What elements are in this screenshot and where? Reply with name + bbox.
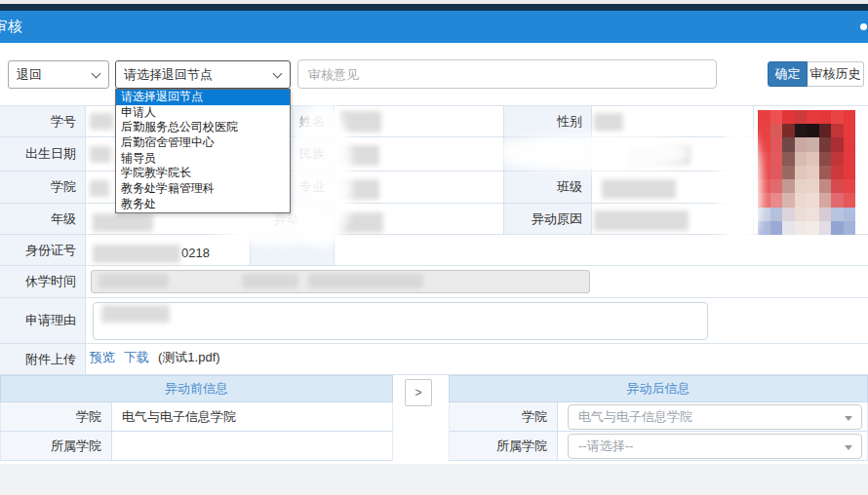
dropdown-option[interactable]: 后勤服务总公司校医院 — [116, 120, 290, 135]
transfer-right-button[interactable]: > — [405, 379, 432, 406]
after-college-label: 学院 — [449, 402, 558, 432]
photo-pixel — [782, 193, 795, 207]
review-opinion-input[interactable] — [297, 59, 717, 89]
photo-pixel — [844, 193, 856, 207]
footer-area — [0, 464, 868, 495]
photo-pixel — [807, 179, 819, 193]
photo-pixel — [795, 179, 808, 193]
photo-pixel — [819, 137, 832, 151]
return-node-select[interactable]: 请选择退回节点 — [115, 60, 291, 89]
dropdown-option[interactable]: 申请人 — [116, 105, 290, 121]
field-label-class: 班级 — [504, 171, 592, 204]
photo-pixel — [831, 179, 844, 193]
photo-pixel — [770, 124, 783, 137]
photo-pixel — [795, 137, 808, 151]
photo-pixel — [819, 166, 832, 179]
empty-value-cell — [335, 235, 868, 266]
photo-pixel — [807, 193, 819, 207]
censor-block — [308, 274, 423, 288]
blur-smudge — [499, 134, 690, 171]
return-action-value: 退回 — [17, 66, 42, 84]
chevron-down-icon — [845, 445, 852, 450]
photo-pixel — [844, 221, 856, 235]
photo-pixel — [782, 166, 795, 179]
before-change-panel-header: 异动前信息 — [0, 375, 393, 402]
before-college-label: 学院 — [0, 402, 112, 432]
photo-pixel — [819, 152, 832, 166]
photo-pixel — [795, 221, 808, 235]
window-control-dot[interactable] — [860, 23, 867, 30]
photo-pixel — [782, 124, 795, 137]
after-dept-select[interactable]: --请选择-- — [568, 434, 862, 459]
confirm-button[interactable]: 确定 — [768, 61, 808, 87]
photo-pixel — [831, 124, 844, 137]
return-action-select[interactable]: 退回 — [8, 60, 109, 89]
photo-pixel — [758, 137, 770, 151]
chevron-down-icon — [845, 416, 852, 421]
photo-pixel — [844, 166, 856, 179]
photo-pixel — [795, 208, 808, 221]
photo-pixel — [831, 152, 844, 166]
dropdown-option[interactable]: 后勤宿舍管理中心 — [116, 135, 290, 151]
dialog-title: 审核 — [0, 18, 23, 36]
photo-pixel — [782, 179, 795, 193]
review-history-button[interactable]: 审核历史 — [808, 61, 864, 87]
photo-pixel — [819, 110, 832, 124]
attachment-download-link[interactable]: 下载 — [124, 349, 149, 366]
photo-pixel — [795, 193, 808, 207]
dialog-titlebar: 审核 — [0, 11, 868, 43]
after-change-panel-header: 异动后信息 — [449, 375, 868, 402]
field-label-grade: 年级 — [0, 204, 86, 235]
censor-block — [90, 113, 113, 130]
photo-pixel — [844, 110, 856, 124]
dropdown-option[interactable]: 学院教学院长 — [116, 166, 290, 181]
top-navy-strip — [0, 4, 868, 11]
after-dept-label: 所属学院 — [449, 432, 558, 461]
field-label-change-reason: 异动原因 — [504, 204, 592, 235]
photo-pixel — [807, 152, 819, 166]
censor-block — [602, 179, 676, 199]
photo-pixel — [844, 137, 856, 151]
before-college-value: 电气与电子信息学院 — [112, 402, 393, 432]
attachment-preview-link[interactable]: 预览 — [90, 349, 115, 366]
censor-block — [93, 213, 153, 232]
field-label-leave-time: 休学时间 — [0, 266, 86, 298]
photo-pixel — [844, 208, 856, 221]
photo-pixel — [795, 166, 808, 179]
photo-pixel — [770, 110, 783, 124]
photo-pixel — [831, 110, 844, 124]
dropdown-option[interactable]: 教务处 — [116, 197, 290, 212]
before-dept-value — [112, 432, 393, 461]
field-label-student-id: 学号 — [0, 106, 86, 137]
id-number-visible-digits: 0218 — [181, 246, 210, 260]
after-college-select[interactable]: 电气与电子信息学院 — [568, 404, 862, 430]
review-dialog: 审核 退回 请选择退回节点 确定 审核历史 请选择退回节点申请人后勤服务总公司校… — [0, 0, 868, 495]
photo-pixel — [807, 124, 819, 137]
dropdown-option[interactable]: 辅导员 — [116, 151, 290, 167]
attachment-filename: (测试1.pdf) — [158, 349, 220, 366]
censor-block — [594, 210, 689, 231]
student-photo — [758, 110, 855, 235]
apply-reason-textarea[interactable] — [93, 302, 708, 340]
photo-pixel — [807, 137, 819, 151]
return-node-dropdown-list: 请选择退回节点申请人后勤服务总公司校医院后勤宿舍管理中心辅导员学院教学院长教务处… — [115, 89, 291, 213]
photo-pixel — [807, 166, 819, 179]
after-dept-select-value: --请选择-- — [578, 438, 633, 455]
photo-pixel — [770, 193, 783, 207]
censor-block — [242, 274, 298, 288]
after-college-select-value: 电气与电子信息学院 — [578, 408, 692, 426]
photo-pixel — [807, 221, 819, 235]
censor-block — [93, 245, 180, 263]
censor-block — [594, 113, 623, 132]
photo-pixel — [770, 221, 783, 235]
photo-pixel — [758, 221, 770, 235]
photo-pixel — [831, 193, 844, 207]
censor-block — [90, 180, 109, 197]
photo-pixel — [819, 124, 832, 137]
field-label-birth-date: 出生日期 — [0, 137, 86, 171]
photo-pixel — [819, 193, 832, 207]
dropdown-option[interactable]: 教务处学籍管理科 — [116, 181, 290, 197]
photo-pixel — [807, 110, 819, 124]
dropdown-option[interactable]: 请选择退回节点 — [116, 90, 290, 105]
return-node-value: 请选择退回节点 — [124, 66, 213, 84]
